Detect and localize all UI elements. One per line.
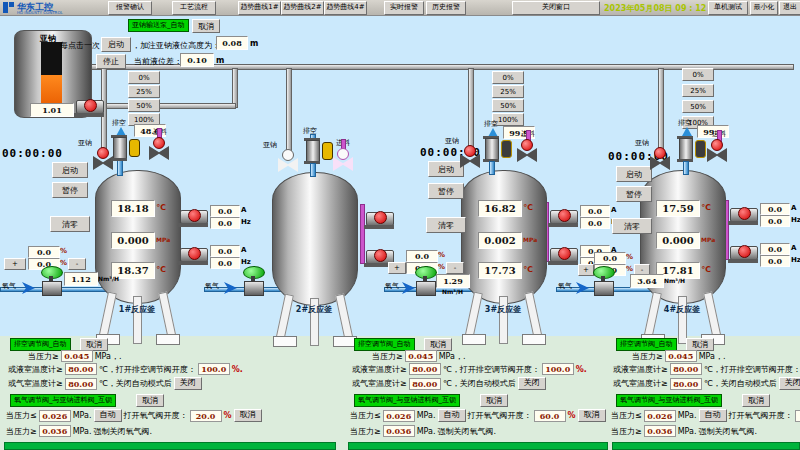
reactor3-vent-0pct-button[interactable]: 0% <box>492 71 524 84</box>
panel1-vent-pressure-setpoint[interactable]: 0.045 <box>61 350 93 362</box>
reactor2-pump-1[interactable] <box>364 208 394 229</box>
dose-stop-button[interactable]: 停止 <box>96 54 126 69</box>
reactor1-feed-valve[interactable] <box>148 136 170 162</box>
panel2-vent-open-pct[interactable]: 100.0 <box>542 363 574 375</box>
reactor4-vent-25pct-button[interactable]: 25% <box>682 84 714 97</box>
standalone-test-button[interactable]: 单机测试 <box>708 1 748 15</box>
panel1-gas-temp-setpoint[interactable]: 80.00 <box>65 378 97 390</box>
dose-start-button[interactable]: 启动 <box>101 37 131 52</box>
panel2-gas-temp-setpoint[interactable]: 80.00 <box>409 378 441 390</box>
panel2-auto-button[interactable]: 自动 <box>438 409 466 422</box>
reactor3-vent-25pct-button[interactable]: 25% <box>492 85 524 98</box>
panel1-close-button[interactable]: 关闭 <box>174 377 202 390</box>
reactor4-pump2-current-unit: A <box>791 244 796 252</box>
reactor3-oxygen-valve[interactable] <box>414 266 436 296</box>
panel3-vent-pressure-setpoint[interactable]: 0.045 <box>665 350 697 362</box>
panel1-o2-open-cancel-button[interactable]: 取消 <box>234 409 262 422</box>
reactor3-pump-2[interactable] <box>548 244 578 265</box>
reactor4-pause-button[interactable]: 暂停 <box>616 186 652 202</box>
reactor1-vent-0pct-button[interactable]: 0% <box>128 71 160 84</box>
reactor1-vent-25pct-button[interactable]: 25% <box>128 85 160 98</box>
reactor2-feed-valve[interactable] <box>332 147 354 173</box>
trend-curve-4-button[interactable]: 趋势曲线4# <box>324 1 367 15</box>
reactor4-sodium-valve[interactable] <box>649 146 671 172</box>
reactor1-oxygen-valve[interactable] <box>40 266 62 296</box>
panel1-o2-high-pressure-setpoint[interactable]: 0.036 <box>39 425 71 437</box>
panel2-o2-low-pressure-setpoint[interactable]: 0.026 <box>383 410 415 422</box>
panel2-o2-open-cancel-button[interactable]: 取消 <box>578 409 606 422</box>
panel2-o2-cancel-button[interactable]: 取消 <box>480 394 508 407</box>
reactor1-vent-actuator <box>129 139 140 157</box>
reactor1-vent-valve[interactable] <box>109 135 129 161</box>
panel3-close-button[interactable]: 关闭 <box>779 377 800 390</box>
level-diff-unit: m <box>216 56 224 65</box>
panel2-o2-open-pct[interactable]: 60.0 <box>534 410 566 422</box>
dose-height-value[interactable]: 0.08 <box>216 36 248 50</box>
reactor1-opening-plus-button[interactable]: + <box>4 258 26 270</box>
reactor3-vent-valve[interactable] <box>481 136 501 162</box>
reactor1-opening-minus-button[interactable]: - <box>68 258 86 270</box>
reactor3-vent-50pct-button[interactable]: 50% <box>492 99 524 112</box>
panel2-liquid-temp-setpoint[interactable]: 80.00 <box>409 363 441 375</box>
panel3-o2-cancel-button[interactable]: 取消 <box>742 394 770 407</box>
reactor2-oxygen-valve[interactable] <box>242 266 264 296</box>
reactor1-clear-button[interactable]: 清零 <box>50 216 90 232</box>
history-alarm-button[interactable]: 历史报警 <box>426 1 466 15</box>
panel1-o2-open-pct[interactable]: 20.0 <box>190 410 222 422</box>
panel1-liquid-temp-setpoint[interactable]: 80.00 <box>65 363 97 375</box>
tank-pump[interactable] <box>74 96 104 117</box>
minimize-button[interactable]: 最小化 <box>750 1 778 15</box>
realtime-alarm-button[interactable]: 实时报警 <box>384 1 424 15</box>
reactor2-sodium-valve[interactable] <box>277 148 299 174</box>
close-window-button[interactable]: 关闭窗口 <box>512 1 600 15</box>
reactor3-pump-1[interactable] <box>548 206 578 227</box>
reactor3-sodium-valve[interactable] <box>459 144 481 170</box>
panel3-liquid-temp-setpoint[interactable]: 80.00 <box>670 363 702 375</box>
panel3-row1-unit: MPa，. <box>699 351 726 362</box>
panel2-row4-text: 当压力≤ <box>350 410 381 421</box>
logo-subtitle: HD INDUSTY CONTROL <box>17 10 63 15</box>
panel3-gas-temp-setpoint[interactable]: 80.00 <box>670 378 702 390</box>
reactor1-start-button[interactable]: 启动 <box>52 162 88 178</box>
reactor4-clear-button[interactable]: 清零 <box>612 218 652 234</box>
panel1-vent-open-pct[interactable]: 100.0 <box>198 363 230 375</box>
panel3-auto-button[interactable]: 自动 <box>699 409 727 422</box>
exit-button[interactable]: 退出 <box>779 1 800 15</box>
reactor3-clear-button[interactable]: 清零 <box>426 217 466 233</box>
reactor1-pump-1[interactable] <box>178 206 208 227</box>
tank-level-gauge-empty <box>41 42 62 75</box>
reactor4-vent-0pct-button[interactable]: 0% <box>682 68 714 81</box>
reactor4-vent-valve[interactable] <box>675 136 695 162</box>
panel2-o2-high-pressure-setpoint[interactable]: 0.036 <box>383 425 415 437</box>
trend-curve-2-button[interactable]: 趋势曲线2# <box>281 1 324 15</box>
reactor4-start-button[interactable]: 启动 <box>616 166 652 182</box>
sodium-pump-cancel-button[interactable]: 取消 <box>192 19 220 33</box>
reactor4-pump-1[interactable] <box>728 204 758 225</box>
panel3-o2-high-pressure-setpoint[interactable]: 0.036 <box>644 425 676 437</box>
reactor1-pause-button[interactable]: 暂停 <box>52 182 88 198</box>
reactor1-pump-2[interactable] <box>178 244 208 265</box>
panel3-o2-open-pct[interactable]: 20.0 <box>795 410 800 422</box>
panel1-o2-low-pressure-setpoint[interactable]: 0.026 <box>39 410 71 422</box>
reactor1-opening-a-value: 0.0 <box>28 246 60 258</box>
reactor1-vent-50pct-button[interactable]: 50% <box>128 99 160 112</box>
reactor3-vent-valve-label: 排空 <box>484 119 498 129</box>
reactor4-pump-2[interactable] <box>728 242 758 263</box>
reactor2-vent-valve[interactable] <box>302 138 322 164</box>
reactor3-opening-minus-button[interactable]: - <box>446 262 464 274</box>
panel2-vent-pressure-setpoint[interactable]: 0.045 <box>405 350 437 362</box>
alarm-ack-button[interactable]: 报警确认 <box>108 1 152 15</box>
reactor3-pause-button[interactable]: 暂停 <box>428 183 464 199</box>
reactor4-feed-valve[interactable] <box>706 138 728 164</box>
trend-curve-1-button[interactable]: 趋势曲线1# <box>238 1 281 15</box>
reactor3-opening-plus-button[interactable]: + <box>388 262 406 274</box>
reactor4-oxygen-valve[interactable] <box>592 266 614 296</box>
panel3-o2-low-pressure-setpoint[interactable]: 0.026 <box>644 410 676 422</box>
reactor3-feed-valve[interactable] <box>516 138 538 164</box>
panel1-o2-cancel-button[interactable]: 取消 <box>136 394 164 407</box>
process-flow-button[interactable]: 工艺流程 <box>172 1 216 15</box>
panel2-row1-text: 当压力≥ <box>372 351 403 362</box>
panel1-auto-button[interactable]: 自动 <box>94 409 122 422</box>
panel2-close-button[interactable]: 关闭 <box>518 377 546 390</box>
reactor4-vent-50pct-button[interactable]: 50% <box>682 100 714 113</box>
